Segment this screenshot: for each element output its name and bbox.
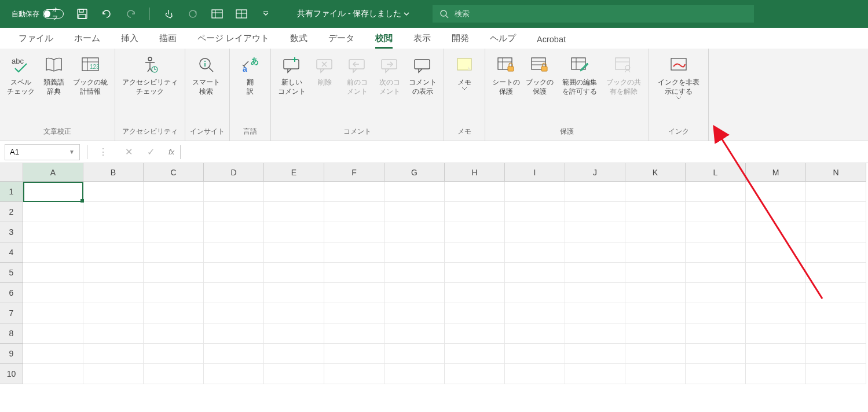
cell[interactable] bbox=[384, 242, 445, 263]
cell[interactable] bbox=[324, 364, 384, 384]
column-header[interactable]: N bbox=[806, 163, 866, 182]
cell[interactable] bbox=[445, 344, 505, 364]
cell[interactable] bbox=[384, 344, 445, 364]
cell[interactable] bbox=[806, 182, 866, 202]
cell[interactable] bbox=[445, 283, 505, 303]
name-box[interactable]: A1 ▼ bbox=[5, 144, 80, 160]
cell[interactable] bbox=[686, 323, 746, 344]
undo-button[interactable] bbox=[98, 6, 115, 22]
tab-acrobat[interactable]: Acrobat bbox=[526, 30, 576, 49]
cell[interactable] bbox=[565, 202, 625, 222]
cell[interactable] bbox=[83, 283, 144, 303]
cell[interactable] bbox=[204, 283, 264, 303]
row-header[interactable]: 6 bbox=[0, 283, 23, 303]
tab-developer[interactable]: 開発 bbox=[441, 28, 479, 49]
cell[interactable] bbox=[806, 303, 866, 323]
tab-help[interactable]: ヘルプ bbox=[479, 28, 526, 49]
cell[interactable] bbox=[686, 242, 746, 263]
cell[interactable] bbox=[686, 263, 746, 283]
formula-input[interactable] bbox=[183, 144, 868, 160]
column-header[interactable]: M bbox=[746, 163, 806, 182]
cell[interactable] bbox=[324, 283, 384, 303]
pivot-button[interactable] bbox=[233, 6, 250, 22]
cell[interactable] bbox=[505, 323, 565, 344]
fx-icon[interactable]: fx bbox=[169, 148, 174, 156]
cell[interactable] bbox=[23, 263, 83, 283]
notes-button[interactable]: メモ bbox=[449, 52, 480, 91]
cell[interactable] bbox=[565, 323, 625, 344]
cell[interactable] bbox=[144, 182, 204, 202]
cell[interactable] bbox=[746, 182, 806, 202]
cell[interactable] bbox=[806, 242, 866, 263]
cell[interactable] bbox=[264, 263, 324, 283]
column-header[interactable]: F bbox=[324, 163, 384, 182]
cell[interactable] bbox=[144, 303, 204, 323]
cell[interactable] bbox=[505, 364, 565, 384]
cancel-button[interactable]: ✕ bbox=[121, 145, 136, 160]
cell[interactable] bbox=[83, 222, 144, 242]
cell[interactable] bbox=[204, 202, 264, 222]
cell[interactable] bbox=[324, 182, 384, 202]
cell[interactable] bbox=[445, 182, 505, 202]
cell[interactable] bbox=[746, 263, 806, 283]
save-button[interactable] bbox=[74, 6, 90, 22]
cell[interactable] bbox=[324, 344, 384, 364]
cell[interactable] bbox=[144, 263, 204, 283]
cell[interactable] bbox=[83, 202, 144, 222]
cell[interactable] bbox=[625, 242, 686, 263]
protect-sheet-button[interactable]: シートの 保護 bbox=[490, 52, 522, 97]
cell[interactable] bbox=[264, 222, 324, 242]
cell[interactable] bbox=[686, 182, 746, 202]
row-header[interactable]: 2 bbox=[0, 202, 23, 222]
cell[interactable] bbox=[83, 344, 144, 364]
cell[interactable] bbox=[23, 202, 83, 222]
cell[interactable] bbox=[505, 344, 565, 364]
cell[interactable] bbox=[505, 242, 565, 263]
cell[interactable] bbox=[565, 182, 625, 202]
smart-lookup-button[interactable]: スマート 検索 bbox=[190, 52, 222, 97]
cell[interactable] bbox=[565, 263, 625, 283]
cell[interactable] bbox=[264, 242, 324, 263]
column-header[interactable]: H bbox=[445, 163, 505, 182]
cell[interactable] bbox=[806, 263, 866, 283]
row-header[interactable]: 4 bbox=[0, 242, 23, 263]
cell[interactable] bbox=[324, 303, 384, 323]
cell[interactable] bbox=[264, 364, 324, 384]
cell[interactable] bbox=[625, 303, 686, 323]
cell[interactable] bbox=[23, 222, 83, 242]
cell[interactable] bbox=[204, 303, 264, 323]
cell[interactable] bbox=[204, 323, 264, 344]
row-header[interactable]: 7 bbox=[0, 303, 23, 323]
cell[interactable] bbox=[806, 222, 866, 242]
cell[interactable] bbox=[384, 323, 445, 344]
cell[interactable] bbox=[505, 263, 565, 283]
cell[interactable] bbox=[83, 303, 144, 323]
column-header[interactable]: L bbox=[686, 163, 746, 182]
cell[interactable] bbox=[384, 182, 445, 202]
cell[interactable] bbox=[204, 263, 264, 283]
cell[interactable] bbox=[324, 263, 384, 283]
cell[interactable] bbox=[384, 202, 445, 222]
column-header[interactable]: C bbox=[144, 163, 204, 182]
cell[interactable] bbox=[625, 222, 686, 242]
cell[interactable] bbox=[264, 303, 324, 323]
cell[interactable] bbox=[384, 222, 445, 242]
cell[interactable] bbox=[686, 283, 746, 303]
cell[interactable] bbox=[565, 364, 625, 384]
cell[interactable] bbox=[806, 344, 866, 364]
cell[interactable] bbox=[144, 323, 204, 344]
cell[interactable] bbox=[505, 283, 565, 303]
cell[interactable] bbox=[806, 202, 866, 222]
cell[interactable] bbox=[204, 242, 264, 263]
cell[interactable] bbox=[625, 263, 686, 283]
cell[interactable] bbox=[625, 364, 686, 384]
cell[interactable] bbox=[445, 364, 505, 384]
cell[interactable] bbox=[144, 222, 204, 242]
cell[interactable] bbox=[806, 323, 866, 344]
repeat-button[interactable] bbox=[185, 6, 201, 22]
cell[interactable] bbox=[445, 323, 505, 344]
translate-button[interactable]: あa 翻 訳 bbox=[235, 52, 266, 97]
protect-workbook-button[interactable]: ブックの 保護 bbox=[523, 52, 556, 97]
show-comments-button[interactable]: コメント の表示 bbox=[406, 52, 439, 97]
cell[interactable] bbox=[565, 242, 625, 263]
